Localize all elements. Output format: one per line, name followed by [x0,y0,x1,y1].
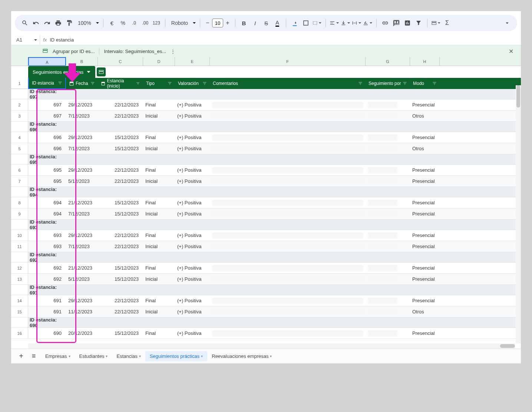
strikethrough-icon[interactable]: S [261,18,271,28]
cell-valoracion[interactable]: (+) Positiva [175,298,210,303]
cell-inicio[interactable]: 15/12/2023 [98,211,143,217]
row-number[interactable]: 10 [11,230,28,241]
sheet-tab[interactable]: Estudiantes ▾ [75,351,112,361]
cell-tipo[interactable]: Inicial [143,146,175,151]
row-number[interactable]: 14 [11,295,28,306]
cell-modo[interactable]: Presencial [410,178,440,184]
valign-icon[interactable] [341,18,350,28]
sheet-tab[interactable]: Reevaluaciones empresas ▾ [207,351,276,361]
row-number[interactable]: 5 [11,143,28,154]
cell-id[interactable]: 692 [28,265,66,271]
header-valoracion[interactable]: Valoración [175,78,210,89]
chart-icon[interactable] [403,18,412,28]
cell-id[interactable]: 694 [28,200,66,205]
chevron-down-icon[interactable]: ▾ [106,354,108,358]
redo-icon[interactable] [42,18,52,28]
col-header-H[interactable]: H [410,57,440,66]
cell-tipo[interactable]: Final [143,102,175,108]
cell-comentarios[interactable] [210,276,366,283]
cell-tipo[interactable]: Final [143,298,175,303]
cell-id[interactable]: 695 [28,178,66,184]
chevron-down-icon[interactable]: ▾ [201,354,203,358]
italic-icon[interactable]: I [250,18,260,28]
connected-sheet-tab[interactable]: Seguimientos estancias [28,66,95,78]
cell-fecha[interactable]: 29/12/2023 [66,167,98,173]
cell-id[interactable]: 691 [28,298,66,303]
table-row[interactable]: 116937/12/202322/12/2023Inicial(+) Posit… [11,241,521,252]
cell-id[interactable]: 690 [28,330,66,336]
toolbar-overflow-icon[interactable] [502,18,512,28]
functions-icon[interactable]: Σ [442,18,452,28]
cell-comentarios[interactable] [210,265,366,271]
cell-fecha[interactable]: 7/12/2023 [66,113,98,119]
cell-valoracion[interactable]: (+) Positiva [175,276,210,282]
filter-icon[interactable] [414,18,423,28]
cell-tipo[interactable]: Inicial [143,211,175,217]
cell-inicio[interactable]: 15/12/2023 [98,146,143,151]
header-comentarios[interactable]: Comentarios [210,78,366,89]
row-number[interactable]: 12 [11,263,28,273]
cell-id[interactable]: 691 [28,309,66,314]
cell-comentarios[interactable] [210,200,366,206]
cell-modo[interactable]: Presencial [410,298,440,303]
cell-comentarios[interactable] [210,113,366,119]
chevron-down-icon[interactable]: ▾ [69,354,70,358]
table-row[interactable]: 1069329/12/202322/12/2023Final(+) Positi… [11,230,521,241]
cell-seguimiento[interactable] [366,276,410,283]
row-number[interactable]: 4 [11,132,28,143]
cell-modo[interactable]: Otros [410,309,440,314]
cell-modo[interactable]: Presencial [410,244,440,249]
cell-seguimiento[interactable] [366,330,410,337]
cell-seguimiento[interactable] [366,243,410,250]
rotate-icon[interactable] [363,18,373,28]
cell-valoracion[interactable]: (+) Positiva [175,135,210,140]
interval-label[interactable]: Intervalo: Seguimientos_es... [104,49,166,54]
cell-seguimiento[interactable] [366,200,410,206]
cell-comentarios[interactable] [210,309,366,315]
cell-modo[interactable]: Presencial [410,330,440,336]
row-number[interactable] [11,187,28,197]
cell-valoracion[interactable]: (+) Positiva [175,330,210,336]
cell-fecha[interactable]: 20/12/2023 [66,330,98,336]
cell-id[interactable]: 693 [28,244,66,249]
row-number[interactable]: 3 [11,111,28,121]
cell-fecha[interactable]: 29/12/2023 [66,135,98,140]
decrease-decimal-icon[interactable]: .0 [129,18,139,28]
cell-id[interactable]: 696 [28,135,66,140]
table-row[interactable]: 669529/12/202322/12/2023Final(+) Positiv… [11,165,521,176]
col-header-C[interactable]: C [98,57,143,66]
cell-reference[interactable]: A1 [14,35,40,45]
cell-comentarios[interactable] [210,178,366,185]
cell-tipo[interactable]: Final [143,200,175,205]
cell-inicio[interactable]: 15/12/2023 [98,276,143,282]
link-icon[interactable] [380,18,390,28]
cell-comentarios[interactable] [210,211,366,217]
cell-inicio[interactable]: 22/12/2023 [98,309,143,314]
row-number[interactable]: 6 [11,165,28,175]
paint-format-icon[interactable] [65,18,74,28]
horizontal-scrollbar[interactable] [28,343,515,349]
chevron-down-icon[interactable]: ▾ [139,354,141,358]
cell-fecha[interactable]: 11/12/2023 [66,309,98,314]
cell-modo[interactable]: Presencial [410,233,440,238]
col-header-A[interactable]: A [28,57,66,66]
cell-fecha[interactable]: 7/12/2023 [66,146,98,151]
percent-icon[interactable]: % [118,18,128,28]
text-color-icon[interactable]: A [272,18,282,28]
cell-modo[interactable]: Otros [410,146,440,151]
cell-tipo[interactable]: Final [143,135,175,140]
cell-modo[interactable]: Presencial [410,211,440,217]
cell-tipo[interactable]: Final [143,167,175,173]
cell-tipo[interactable]: Final [143,330,175,336]
cell-valoracion[interactable]: (+) Positiva [175,113,210,119]
cell-fecha[interactable]: 5/12/2023 [66,276,98,282]
halign-icon[interactable] [330,18,339,28]
formula-input[interactable]: ID estancia [50,37,74,43]
borders-icon[interactable] [301,18,311,28]
merge-cells-icon[interactable] [312,18,322,28]
header-id-estancia[interactable]: ID estancia [28,78,66,89]
group-header-row[interactable]: ID estancia: 691 [11,285,521,295]
cell-inicio[interactable]: 22/12/2023 [98,167,143,173]
row-number[interactable] [11,220,28,230]
row-number[interactable]: 15 [11,306,28,317]
